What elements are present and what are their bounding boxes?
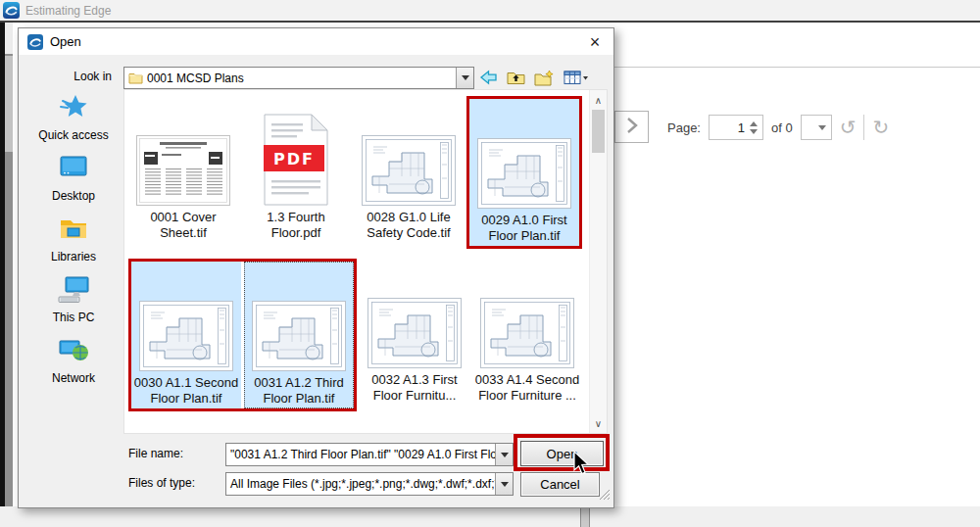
dialog-title: Open bbox=[50, 34, 81, 49]
file-tile[interactable]: 0028 G1.0 LifeSafety Code.tif bbox=[354, 96, 464, 243]
look-in-dropdown[interactable]: 0001 MCSD Plans bbox=[123, 67, 474, 89]
folder-icon bbox=[128, 72, 143, 84]
view-menu-icon[interactable] bbox=[564, 71, 589, 85]
close-icon[interactable]: × bbox=[584, 31, 606, 52]
file-name-line: 0028 G1.0 Life bbox=[367, 210, 450, 225]
sidebar-item-label: Network bbox=[52, 371, 95, 385]
file-name-line: Floor Furnitu... bbox=[373, 388, 457, 404]
file-name-line: Floor Plan.tif bbox=[264, 391, 335, 407]
sidebar-item-network[interactable]: Network bbox=[28, 336, 119, 385]
file-name-line: Safety Code.tif bbox=[367, 225, 450, 241]
collapse-panel-button[interactable] bbox=[614, 111, 649, 143]
files-of-type-value: All Image Files (*.jpg;*.jpeg;*.png;*.dw… bbox=[226, 477, 495, 491]
file-name-line: 0029 A1.0 First bbox=[481, 213, 566, 228]
page-number-stepper[interactable] bbox=[709, 115, 763, 140]
sidebar-item-label: This PC bbox=[53, 311, 95, 324]
file-tile[interactable]: 0031 A1.2 ThirdFloor Plan.tif bbox=[244, 262, 354, 408]
file-name-line: 1.3 Fourth bbox=[267, 210, 324, 225]
tif-thumbnail bbox=[252, 262, 346, 375]
file-tile[interactable]: 0001 CoverSheet.tif bbox=[128, 96, 238, 243]
app-titlebar: Estimating Edge bbox=[0, 0, 980, 23]
sidebar-item-quick-access[interactable]: Quick access bbox=[28, 93, 119, 142]
stepper-arrows-icon[interactable] bbox=[747, 116, 760, 139]
files-of-type-label: Files of type: bbox=[128, 476, 195, 490]
file-name-line: Floor Furniture ... bbox=[478, 388, 576, 404]
dialog-logo-icon bbox=[27, 34, 43, 50]
page-toolbar: Page: of 0 ↺ ↻ bbox=[667, 113, 889, 142]
estimating-edge-logo-icon bbox=[3, 2, 20, 19]
file-list: 0001 CoverSheet.tifPDF1.3 FourthFloor.pd… bbox=[123, 89, 608, 434]
file-name-line: 0001 Cover bbox=[150, 210, 216, 225]
page-label: Page: bbox=[667, 120, 701, 135]
sidebar-item-label: Libraries bbox=[51, 250, 96, 264]
dropdown-arrow-icon[interactable] bbox=[495, 444, 513, 465]
open-dialog: Open × Look in 0001 MCSD Plans bbox=[18, 27, 614, 508]
sidebar-item-label: Quick access bbox=[38, 128, 108, 142]
file-tile[interactable]: 0032 A1.3 FirstFloor Furnitu... bbox=[360, 259, 469, 406]
left-scrollbar-thumb[interactable] bbox=[5, 56, 13, 152]
svg-text:PDF: PDF bbox=[273, 150, 315, 168]
toolbar-divider bbox=[606, 67, 980, 68]
tif-thumbnail bbox=[477, 99, 571, 213]
file-list-scrollbar[interactable]: ∧ ∨ bbox=[589, 90, 607, 433]
file-name-line: Floor Plan.tif bbox=[489, 228, 561, 244]
dropdown-arrow-icon[interactable] bbox=[456, 68, 473, 88]
file-name-line: Floor Plan.tif bbox=[151, 391, 222, 407]
tif-thumbnail bbox=[480, 259, 574, 372]
quick-access-icon bbox=[57, 93, 90, 126]
dialog-titlebar[interactable]: Open × bbox=[19, 28, 613, 55]
panel-splitter[interactable] bbox=[580, 506, 590, 527]
tif-thumbnail bbox=[139, 262, 233, 375]
dialog-toolbar bbox=[479, 68, 589, 87]
scrollbar-thumb[interactable] bbox=[592, 110, 605, 153]
file-name-line: Floor.pdf bbox=[271, 225, 321, 241]
file-tile[interactable]: 0033 A1.4 SecondFloor Furniture ... bbox=[472, 259, 582, 406]
file-tile[interactable]: PDF1.3 FourthFloor.pdf bbox=[241, 96, 351, 243]
left-scrollbar-gap bbox=[5, 23, 13, 54]
files-of-type-dropdown[interactable]: All Image Files (*.jpg;*.jpeg;*.png;*.dw… bbox=[225, 472, 514, 496]
file-name-line: 0033 A1.4 Second bbox=[475, 372, 579, 388]
tif-thumbnail bbox=[368, 259, 462, 372]
desktop-icon bbox=[57, 154, 90, 187]
file-name-line: Sheet.tif bbox=[160, 225, 207, 241]
scroll-up-icon[interactable]: ∧ bbox=[590, 92, 607, 108]
up-one-level-icon[interactable] bbox=[507, 70, 525, 85]
pdf-file-icon: PDF bbox=[264, 96, 328, 210]
scroll-down-icon[interactable]: ∨ bbox=[590, 415, 607, 431]
file-row: 0030 A1.1 SecondFloor Plan.tif0031 A1.2 … bbox=[128, 259, 590, 411]
file-name-label: File name: bbox=[128, 447, 183, 460]
screen: Estimating Edge Page: of 0 ↺ ↻ bbox=[0, 0, 980, 527]
annotation-box: 0030 A1.1 SecondFloor Plan.tif0031 A1.2 … bbox=[128, 259, 357, 411]
app-bottom-strip bbox=[0, 506, 980, 527]
file-name-value: "0031 A1.2 Third Floor Plan.tif" "0029 A… bbox=[226, 448, 495, 461]
libraries-icon bbox=[57, 215, 90, 248]
tif-thumbnail bbox=[362, 96, 456, 210]
page-number-input[interactable] bbox=[710, 116, 747, 139]
file-name-input[interactable]: "0031 A1.2 Third Floor Plan.tif" "0029 A… bbox=[225, 443, 514, 466]
this-pc-icon bbox=[57, 275, 90, 309]
look-in-value: 0001 MCSD Plans bbox=[143, 72, 456, 85]
page-zoom-dropdown[interactable] bbox=[801, 115, 832, 140]
resize-grip-icon[interactable] bbox=[598, 487, 611, 504]
dropdown-arrow-icon[interactable] bbox=[495, 473, 513, 495]
tif-thumbnail bbox=[136, 96, 230, 210]
new-folder-icon[interactable] bbox=[534, 70, 555, 86]
undo-icon[interactable]: ↺ bbox=[840, 118, 857, 137]
file-tile[interactable]: 0030 A1.1 SecondFloor Plan.tif bbox=[131, 262, 241, 408]
places-sidebar: Quick accessDesktopLibrariesThis PCNetwo… bbox=[28, 93, 119, 385]
annotation-box: 0029 A1.0 FirstFloor Plan.tif bbox=[466, 96, 582, 249]
back-icon[interactable] bbox=[479, 70, 498, 85]
file-name-line: 0032 A1.3 First bbox=[371, 372, 457, 388]
file-grid: 0001 CoverSheet.tifPDF1.3 FourthFloor.pd… bbox=[124, 90, 590, 433]
sidebar-item-libraries[interactable]: Libraries bbox=[28, 215, 119, 264]
redo-icon[interactable]: ↻ bbox=[872, 118, 889, 137]
file-name-line: 0031 A1.2 Third bbox=[254, 375, 344, 391]
network-icon bbox=[57, 336, 90, 369]
sidebar-item-desktop[interactable]: Desktop bbox=[28, 154, 119, 203]
chevron-right-icon bbox=[624, 115, 640, 140]
sidebar-item-label: Desktop bbox=[52, 189, 95, 203]
page-of-label: of 0 bbox=[771, 120, 793, 135]
file-tile[interactable]: 0029 A1.0 FirstFloor Plan.tif bbox=[469, 99, 579, 246]
sidebar-item-this-pc[interactable]: This PC bbox=[28, 275, 119, 324]
file-row: 0001 CoverSheet.tifPDF1.3 FourthFloor.pd… bbox=[128, 96, 590, 249]
